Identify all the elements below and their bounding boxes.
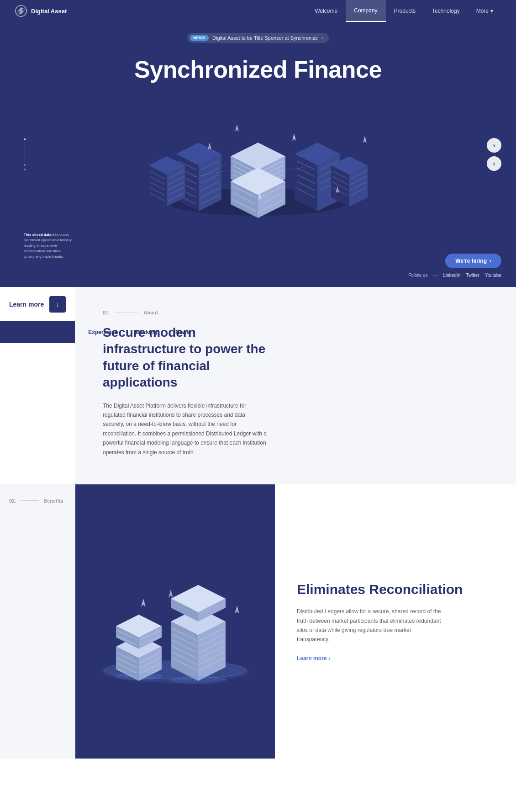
nav-welcome[interactable]: Welcome (306, 0, 346, 22)
youtube-link[interactable]: Youtube (485, 273, 501, 278)
sidebar: Learn more ↓ › About Benefits Experience… (0, 287, 75, 484)
arrow-icon: › (490, 258, 491, 264)
benefits-number-row: 02. Benefits (9, 498, 63, 504)
benefits-number: 02. (9, 498, 16, 504)
svg-marker-81 (363, 136, 367, 143)
next-arrow-button[interactable]: › (487, 138, 501, 153)
learn-section: Learn more ↓ › About Benefits Experience… (0, 287, 516, 484)
slide-caption: This siloed data introduces significant … (24, 232, 79, 260)
svg-marker-77 (292, 133, 296, 141)
svg-marker-122 (168, 589, 173, 598)
logo[interactable]: Digital Asset (15, 5, 306, 17)
benefits-illustration (75, 484, 275, 759)
learn-more-icon-button[interactable]: ↓ (49, 296, 66, 313)
hero-title: Synchronized Finance (134, 56, 382, 83)
benefits-divider (21, 500, 39, 501)
chevron-right-icon: › (9, 330, 11, 335)
slide-dot-2[interactable] (24, 164, 26, 166)
about-body: The Digital Asset Platform delivers flex… (103, 401, 267, 457)
hire-button[interactable]: We're hiring › (445, 254, 501, 268)
twitter-link[interactable]: Twitter (466, 273, 479, 278)
slide-dot-3[interactable] (24, 169, 26, 170)
svg-marker-78 (235, 124, 239, 132)
benefits-title: Eliminates Reconciliation (297, 581, 494, 598)
svg-point-124 (115, 673, 163, 680)
learn-more-link[interactable]: Learn more › (297, 655, 494, 662)
benefits-label-section: 02. Benefits (0, 484, 75, 759)
benefits-body: Distributed Ledgers allow for a secure, … (297, 607, 443, 644)
svg-line-74 (221, 161, 231, 165)
sidebar-item-about[interactable]: › About (0, 324, 39, 340)
arrow-right-icon: › (328, 655, 330, 662)
section-divider (115, 313, 138, 313)
slide-indicators (24, 138, 26, 170)
hero-nav-arrows: › ‹ (487, 138, 501, 171)
about-label-row: 01. About (103, 310, 489, 315)
nav-links: Welcome Company Products Technology More… (306, 0, 501, 22)
hero-bottom: We're hiring › Follow us — LinkedIn Twit… (408, 254, 501, 278)
slide-line (25, 143, 25, 161)
news-tag: News (190, 35, 209, 41)
navigation: Digital Asset Welcome Company Products T… (0, 0, 516, 22)
logo-icon (15, 5, 27, 17)
about-tag: About (143, 310, 158, 315)
nav-products[interactable]: Products (386, 0, 424, 22)
news-banner[interactable]: News Digital Asset to be Title Sponsor a… (187, 33, 329, 43)
chevron-down-icon: ▾ (490, 8, 493, 14)
benefits-tag: Benefits (43, 498, 63, 504)
sidebar-item-news[interactable]: News (166, 324, 199, 340)
hero-svg (130, 97, 386, 225)
benefits-svg (89, 535, 262, 708)
hero-illustration (130, 97, 386, 225)
svg-marker-123 (235, 605, 239, 614)
sidebar-nav: › About Benefits Experience Backing News (0, 321, 75, 343)
sidebar-item-benefits[interactable]: Benefits (39, 324, 79, 340)
about-section: 01. About Secure modern infrastructure t… (75, 287, 516, 484)
nav-technology[interactable]: Technology (424, 0, 468, 22)
news-text: Digital Asset to be Title Sponsor at Syn… (212, 35, 318, 41)
benefits-content: Eliminates Reconciliation Distributed Le… (275, 484, 516, 759)
hero-section: News Digital Asset to be Title Sponsor a… (0, 22, 516, 287)
arrow-icon: › (321, 35, 323, 41)
sidebar-item-experience[interactable]: Experience (79, 324, 126, 340)
linkedin-link[interactable]: LinkedIn (443, 273, 460, 278)
about-number: 01. (103, 310, 110, 315)
svg-marker-121 (141, 599, 146, 607)
nav-more[interactable]: More ▾ (468, 0, 501, 22)
slide-dot-1[interactable] (24, 138, 26, 140)
learn-more-header: Learn more ↓ (0, 287, 75, 321)
svg-point-125 (170, 676, 226, 684)
follow-row: Follow us — LinkedIn Twitter Youtube (408, 273, 501, 278)
nav-company[interactable]: Company (346, 0, 385, 22)
prev-arrow-button[interactable]: ‹ (487, 156, 501, 171)
sidebar-item-backing[interactable]: Backing (126, 324, 166, 340)
learn-more-label: Learn more (9, 301, 44, 308)
benefits-section: 02. Benefits (0, 484, 516, 759)
